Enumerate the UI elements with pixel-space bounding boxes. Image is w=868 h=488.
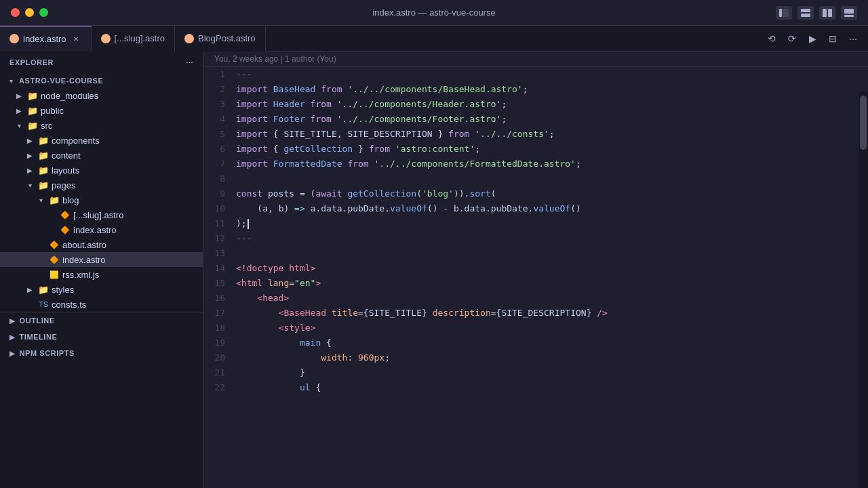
svg-rect-0 bbox=[779, 9, 782, 17]
sidebar-item-slug-astro[interactable]: 🔶 [...slug].astro bbox=[0, 207, 203, 222]
close-button[interactable] bbox=[11, 8, 20, 17]
consts-label: consts.ts bbox=[52, 300, 203, 310]
sidebar-item-content[interactable]: ▶ 📁 content bbox=[0, 148, 203, 163]
chevron-right-timeline-icon: ▶ bbox=[9, 333, 16, 341]
split-editor-tab-icon[interactable]: ⊟ bbox=[825, 30, 841, 47]
sidebar-section-timeline[interactable]: ▶ TIMELINE bbox=[0, 329, 203, 345]
chevron-down-icon: ▾ bbox=[5, 75, 16, 86]
code-line-21: } bbox=[236, 365, 854, 380]
sidebar-item-pages[interactable]: ▾ 📁 pages bbox=[0, 178, 203, 192]
sidebar-item-index-pages[interactable]: 🔶 index.astro bbox=[0, 252, 203, 267]
tab-blogpost-astro[interactable]: BlogPost.astro bbox=[175, 26, 266, 52]
tabbar-actions: ⟲ ⟳ ▶ ⊟ ··· bbox=[764, 30, 868, 47]
titlebar-actions bbox=[776, 6, 857, 20]
sidebar-item-rss[interactable]: 🟨 rss.xml.js bbox=[0, 267, 203, 282]
bottom-sections: ▶ OUTLINE ▶ TIMELINE ▶ NPM SCRIPTS bbox=[0, 312, 203, 361]
sidebar-header-actions[interactable]: ··· bbox=[186, 58, 193, 66]
chevron-right-icon-public: ▶ bbox=[14, 105, 24, 116]
code-line-6: import { getCollection } from 'astro:con… bbox=[236, 142, 854, 157]
scroll-track[interactable] bbox=[859, 92, 868, 488]
tab-file-icon-3 bbox=[184, 34, 194, 43]
scroll-thumb[interactable] bbox=[860, 96, 867, 150]
line-num-16: 16 bbox=[209, 291, 225, 306]
sidebar-item-src[interactable]: ▾ 📁 src bbox=[0, 118, 203, 133]
code-line-8 bbox=[236, 171, 854, 186]
sidebar-item-public[interactable]: ▶ 📁 public bbox=[0, 103, 203, 118]
line-num-14: 14 bbox=[209, 261, 225, 276]
folder-icon-content: 📁 bbox=[38, 150, 49, 161]
go-forward-icon[interactable]: ⟳ bbox=[784, 30, 800, 47]
tab-close-button[interactable]: ✕ bbox=[71, 33, 81, 44]
git-blame-text: You, 2 weeks ago | 1 author (You) bbox=[214, 54, 336, 64]
code-line-5: import { SITE_TITLE, SITE_DESCRIPTION } … bbox=[236, 127, 854, 142]
tab-label: index.astro bbox=[23, 34, 66, 44]
chevron-right-outline-icon: ▶ bbox=[9, 317, 16, 325]
file-icon-index-pages: 🔶 bbox=[49, 254, 60, 265]
tab-index-astro[interactable]: index.astro ✕ bbox=[0, 26, 92, 52]
split-editor-icon[interactable] bbox=[819, 6, 835, 20]
sidebar-header: EXPLORER ··· bbox=[0, 52, 203, 73]
sidebar-item-node-modules[interactable]: ▶ 📁 node_modules bbox=[0, 88, 203, 103]
code-area[interactable]: 1 2 3 4 5 6 7 8 9 10 11 12 13 14 15 16 1 bbox=[203, 67, 868, 488]
folder-icon-components: 📁 bbox=[38, 135, 49, 146]
folder-icon-layouts: 📁 bbox=[38, 165, 49, 176]
run-icon[interactable]: ▶ bbox=[804, 30, 821, 47]
main-content: EXPLORER ··· ▾ ASTRO-VUE-COURSE ▶ 📁 node… bbox=[0, 52, 868, 488]
code-lines[interactable]: --- import BaseHead from '../../componen… bbox=[236, 67, 868, 474]
folder-icon-blog: 📁 bbox=[49, 195, 60, 205]
chevron-right-icon-content: ▶ bbox=[24, 150, 35, 161]
maximize-button[interactable] bbox=[39, 8, 48, 17]
line-num-13: 13 bbox=[209, 246, 225, 261]
line-num-15: 15 bbox=[209, 276, 225, 291]
go-back-icon[interactable]: ⟲ bbox=[764, 30, 780, 47]
slug-astro-label: [...slug].astro bbox=[73, 210, 203, 220]
node-modules-label: node_modules bbox=[41, 91, 203, 101]
outline-label: OUTLINE bbox=[20, 317, 55, 325]
sidebar-item-blog[interactable]: ▾ 📁 blog bbox=[0, 192, 203, 207]
spacer-6 bbox=[24, 299, 35, 310]
more-actions-icon[interactable]: ··· bbox=[845, 30, 861, 47]
chevron-down-icon-src: ▾ bbox=[14, 120, 24, 131]
sidebar-item-index-blog[interactable]: 🔶 index.astro bbox=[0, 222, 203, 237]
tab-label-2: [...slug].astro bbox=[115, 33, 165, 43]
src-label: src bbox=[41, 121, 203, 131]
minimize-button[interactable] bbox=[25, 8, 34, 17]
editor-layout-icon[interactable] bbox=[797, 6, 814, 20]
more-options-icon[interactable]: ··· bbox=[186, 58, 193, 66]
sidebar-section-npm[interactable]: ▶ NPM SCRIPTS bbox=[0, 345, 203, 361]
code-line-14: <!doctype html> bbox=[236, 261, 854, 276]
code-line-16: <head> bbox=[236, 291, 854, 306]
sidebar-section-outline[interactable]: ▶ OUTLINE bbox=[0, 312, 203, 329]
code-line-11: ); bbox=[236, 216, 854, 231]
chevron-right-icon-styles: ▶ bbox=[24, 284, 35, 295]
code-line-13 bbox=[236, 246, 854, 261]
svg-rect-6 bbox=[844, 9, 854, 14]
svg-rect-3 bbox=[801, 14, 810, 17]
code-line-4: import Footer from '../../components/Foo… bbox=[236, 112, 854, 127]
tree-root[interactable]: ▾ ASTRO-VUE-COURSE bbox=[0, 73, 203, 88]
line-num-21: 21 bbox=[209, 365, 225, 380]
code-line-10: (a, b) => a.data.pubDate.valueOf() - b.d… bbox=[236, 201, 854, 216]
content-label: content bbox=[52, 150, 203, 161]
folder-icon-src: 📁 bbox=[27, 120, 38, 131]
line-num-22: 22 bbox=[209, 380, 225, 395]
app-container: index.astro ✕ [...slug].astro BlogPost.a… bbox=[0, 26, 868, 488]
panel-layout-icon[interactable] bbox=[841, 6, 857, 20]
spacer-3 bbox=[35, 239, 46, 250]
svg-rect-5 bbox=[828, 9, 832, 17]
sidebar-item-consts[interactable]: TS consts.ts bbox=[0, 297, 203, 312]
sidebar-item-layouts[interactable]: ▶ 📁 layouts bbox=[0, 163, 203, 178]
tab-slug-astro[interactable]: [...slug].astro bbox=[92, 26, 175, 52]
code-line-20: width: 960px; bbox=[236, 350, 854, 365]
tab-file-icon-2 bbox=[101, 34, 111, 43]
sidebar-item-styles[interactable]: ▶ 📁 styles bbox=[0, 282, 203, 297]
pages-label: pages bbox=[52, 180, 203, 190]
line-num-17: 17 bbox=[209, 306, 225, 321]
sidebar-toggle-icon[interactable] bbox=[776, 6, 792, 20]
tabbar: index.astro ✕ [...slug].astro BlogPost.a… bbox=[0, 26, 868, 52]
chevron-down-icon-pages: ▾ bbox=[24, 180, 35, 190]
sidebar-item-components[interactable]: ▶ 📁 components bbox=[0, 133, 203, 148]
sidebar-item-about[interactable]: 🔶 about.astro bbox=[0, 237, 203, 252]
folder-icon-public: 📁 bbox=[27, 105, 38, 116]
svg-rect-2 bbox=[801, 9, 810, 12]
